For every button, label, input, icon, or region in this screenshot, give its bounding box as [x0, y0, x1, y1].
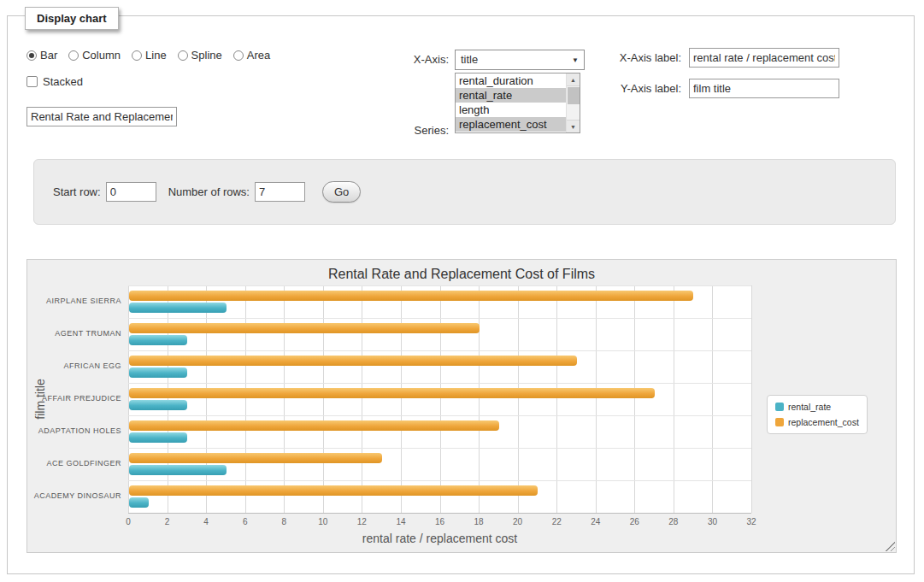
x-tick-label: 6	[232, 517, 258, 526]
x-tick-label: 14	[388, 517, 414, 526]
x-tick-label: 24	[583, 517, 609, 526]
gridline	[323, 285, 324, 513]
stacked-label: Stacked	[43, 75, 83, 88]
xaxis-label-input[interactable]	[689, 48, 839, 68]
xaxis-select-label: X-Axis:	[380, 53, 449, 66]
gridline	[479, 285, 480, 513]
chart: Rental Rate and Replacement Cost of Film…	[27, 260, 896, 552]
radio-icon[interactable]	[68, 50, 79, 61]
bar-replacement_cost[interactable]	[129, 420, 499, 431]
bar-replacement_cost[interactable]	[129, 356, 577, 366]
legend-label: replacement_cost	[788, 417, 859, 427]
legend-item-rental_rate[interactable]: rental_rate	[775, 402, 859, 412]
rows-panel: Start row: Number of rows: Go	[33, 159, 896, 225]
x-tick-label: 22	[544, 517, 569, 526]
num-rows-input[interactable]	[255, 182, 305, 202]
radio-label: Line	[145, 49, 167, 62]
gridline	[245, 285, 246, 513]
gridline	[751, 285, 752, 513]
radio-icon[interactable]	[26, 50, 37, 61]
bar-rental_rate[interactable]	[129, 432, 187, 443]
x-tick-label: 20	[505, 517, 531, 526]
xaxis-select-value: title	[461, 53, 478, 66]
bar-replacement_cost[interactable]	[129, 485, 538, 496]
bar-rental_rate[interactable]	[129, 367, 187, 378]
gridline	[284, 285, 285, 513]
series-option-length[interactable]: length	[456, 103, 566, 117]
display-chart-panel: Display chart BarColumnLineSplineArea St…	[7, 15, 915, 574]
x-tick-label: 8	[271, 517, 297, 526]
start-row-label: Start row:	[53, 185, 101, 198]
gridline	[128, 285, 129, 513]
gridline	[518, 285, 519, 513]
legend-label: rental_rate	[788, 402, 831, 412]
chart-type-bar[interactable]: Bar	[26, 49, 57, 62]
stacked-checkbox[interactable]	[26, 76, 38, 87]
display-chart-legend: Display chart	[25, 7, 119, 30]
chart-title: Rental Rate and Replacement Cost of Film…	[27, 267, 896, 282]
series-label: Series:	[380, 124, 449, 137]
band-line	[128, 383, 751, 384]
x-tick-label: 0	[115, 517, 141, 526]
chart-type-column[interactable]: Column	[68, 49, 121, 62]
gridline	[401, 285, 402, 513]
page: Display chart BarColumnLineSplineArea St…	[0, 0, 924, 582]
stacked-checkbox-row[interactable]: Stacked	[26, 75, 83, 88]
bar-rental_rate[interactable]	[129, 335, 187, 345]
radio-icon[interactable]	[233, 50, 244, 61]
chart-panel: Rental Rate and Replacement Cost of Film…	[26, 259, 897, 553]
scrollbar-down-icon[interactable]: ▼	[567, 120, 580, 132]
num-rows-label: Number of rows:	[168, 185, 250, 198]
band-line	[128, 415, 751, 416]
yaxis-label-caption: Y-Axis label:	[546, 82, 681, 95]
gridline	[712, 285, 713, 513]
bar-replacement_cost[interactable]	[129, 388, 655, 398]
gridline	[674, 285, 674, 513]
gridline	[596, 285, 597, 513]
legend-swatch-icon	[775, 418, 784, 426]
band-line	[128, 285, 751, 286]
gridline	[634, 285, 635, 513]
chart-legend: rental_ratereplacement_cost	[767, 395, 868, 434]
gridline	[440, 285, 441, 513]
bar-rental_rate[interactable]	[129, 303, 227, 313]
bar-rental_rate[interactable]	[129, 465, 227, 475]
x-tick-label: 10	[310, 517, 336, 526]
gridline	[168, 285, 168, 513]
go-button[interactable]: Go	[322, 181, 361, 203]
start-row-input[interactable]	[106, 182, 156, 202]
bar-rental_rate[interactable]	[129, 400, 187, 410]
radio-label: Spline	[191, 49, 222, 62]
bar-replacement_cost[interactable]	[129, 291, 693, 301]
radio-icon[interactable]	[132, 50, 142, 61]
band-line	[128, 350, 751, 351]
series-option-replacement_cost[interactable]: replacement_cost	[456, 117, 566, 132]
x-tick-label: 12	[349, 517, 374, 526]
yaxis-label-input[interactable]	[689, 79, 839, 98]
chart-type-line[interactable]: Line	[132, 49, 167, 62]
x-tick-label: 32	[739, 517, 764, 526]
xaxis-label-caption: X-Axis label:	[546, 51, 681, 64]
chart-title-input[interactable]	[26, 107, 177, 126]
radio-label: Area	[247, 49, 270, 62]
band-line	[128, 318, 751, 319]
chart-type-spline[interactable]: Spline	[178, 49, 222, 62]
radio-label: Bar	[40, 49, 57, 62]
band-line	[128, 480, 751, 481]
x-tick-label: 28	[661, 517, 686, 526]
chart-type-area[interactable]: Area	[233, 49, 270, 62]
legend-item-replacement_cost[interactable]: replacement_cost	[775, 417, 859, 427]
x-tick-label: 16	[427, 517, 453, 526]
gridline	[362, 285, 362, 513]
radio-label: Column	[82, 49, 121, 62]
radio-icon[interactable]	[178, 50, 188, 61]
chart-type-radio-group: BarColumnLineSplineArea	[26, 49, 270, 62]
bar-replacement_cost[interactable]	[129, 453, 382, 463]
gridline	[206, 285, 207, 513]
bar-replacement_cost[interactable]	[129, 323, 480, 333]
x-tick-label: 4	[193, 517, 219, 526]
legend-swatch-icon	[775, 403, 784, 411]
x-tick-label: 30	[699, 517, 725, 526]
band-line	[128, 448, 751, 449]
bar-rental_rate[interactable]	[129, 497, 149, 508]
